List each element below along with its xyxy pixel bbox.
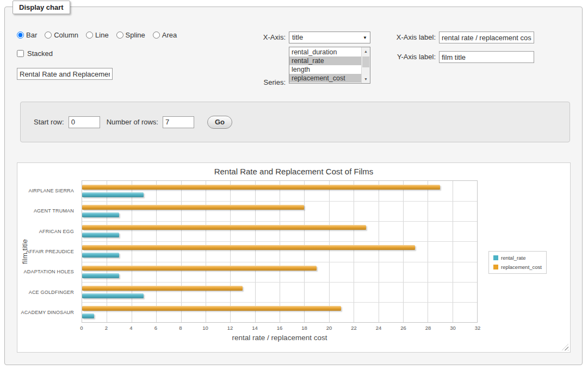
x-tick-label: 4 bbox=[129, 325, 132, 331]
x-tick-label: 14 bbox=[252, 325, 258, 331]
x-axis-label-label: X-Axis label: bbox=[351, 32, 436, 43]
chart-type-radio-label: Line bbox=[95, 31, 109, 39]
bar-group bbox=[82, 181, 477, 201]
series-option-length[interactable]: length bbox=[289, 65, 361, 74]
x-tick-label: 24 bbox=[376, 325, 382, 331]
bar-group bbox=[82, 262, 477, 282]
x-tick-label: 10 bbox=[202, 325, 208, 331]
x-axis-title: rental rate / replacement cost bbox=[82, 334, 478, 342]
x-tick-label: 22 bbox=[351, 325, 357, 331]
legend-swatch-icon bbox=[493, 255, 498, 260]
number-of-rows-input[interactable] bbox=[163, 116, 194, 128]
legend-item-replacement_cost: replacement_cost bbox=[493, 264, 542, 270]
x-tick-label: 32 bbox=[475, 325, 481, 331]
chart-type-option-column[interactable]: Column bbox=[45, 31, 78, 39]
chart-legend: rental_ratereplacement_cost bbox=[488, 251, 547, 274]
number-of-rows-label: Number of rows: bbox=[107, 118, 158, 126]
x-axis-label-input[interactable] bbox=[439, 32, 534, 43]
bar-rental_rate bbox=[82, 293, 144, 298]
x-tick-label: 8 bbox=[179, 325, 182, 331]
chart-type-radio-label: Area bbox=[162, 31, 177, 39]
bar-replacement_cost bbox=[82, 245, 415, 250]
start-row-label: Start row: bbox=[34, 118, 64, 126]
bar-rental_rate bbox=[82, 253, 119, 258]
chart-type-option-line[interactable]: Line bbox=[86, 31, 109, 39]
category-label: ADAPTATION HOLES bbox=[17, 262, 78, 282]
chart-type-option-area[interactable]: Area bbox=[153, 31, 177, 39]
x-axis-ticks: 02468101214161820222426283032 bbox=[82, 325, 478, 331]
bar-group bbox=[82, 282, 477, 302]
start-row-input[interactable] bbox=[69, 116, 100, 128]
bar-replacement_cost bbox=[82, 185, 440, 190]
chart-type-option-bar[interactable]: Bar bbox=[17, 31, 37, 39]
bar-replacement_cost bbox=[82, 286, 243, 291]
legend-item-rental_rate: rental_rate bbox=[493, 255, 542, 261]
chart-title-input[interactable] bbox=[17, 68, 113, 80]
bar-group bbox=[82, 241, 477, 261]
category-axis-labels: AIRPLANE SIERRAAGENT TRUMANAFRICAN EGGAF… bbox=[17, 180, 78, 323]
display-chart-panel: Display chart BarColumnLineSplineArea St… bbox=[4, 7, 583, 365]
chart-type-radio-area[interactable] bbox=[153, 32, 160, 39]
x-tick-label: 30 bbox=[450, 325, 456, 331]
stacked-label: Stacked bbox=[27, 49, 53, 58]
bar-replacement_cost bbox=[82, 205, 304, 210]
x-tick-label: 6 bbox=[154, 325, 157, 331]
chart-type-radio-label: Column bbox=[54, 31, 78, 39]
bar-group bbox=[82, 201, 477, 221]
rows-panel: Start row: Number of rows: Go bbox=[20, 102, 570, 142]
plot-area bbox=[82, 180, 478, 323]
chart-type-radio-column[interactable] bbox=[45, 32, 52, 39]
chart-type-radio-line[interactable] bbox=[86, 32, 93, 39]
bar-rental_rate bbox=[82, 273, 119, 278]
bar-replacement_cost bbox=[82, 225, 366, 230]
bar-rental_rate bbox=[82, 313, 94, 318]
bar-replacement_cost bbox=[82, 306, 341, 311]
category-label: AGENT TRUMAN bbox=[17, 200, 78, 221]
chart-container: Rental Rate and Replacement Cost of Film… bbox=[17, 162, 571, 353]
y-axis-label-label: Y-Axis label: bbox=[351, 51, 436, 63]
chart-type-radio-spline[interactable] bbox=[116, 32, 123, 39]
stacked-checkbox[interactable] bbox=[17, 50, 24, 57]
go-button[interactable]: Go bbox=[207, 116, 232, 129]
bar-group bbox=[82, 302, 477, 322]
bar-rental_rate bbox=[82, 212, 119, 217]
x-tick-label: 18 bbox=[301, 325, 307, 331]
bar-group bbox=[82, 221, 477, 241]
x-tick-label: 0 bbox=[80, 325, 83, 331]
scroll-down-icon[interactable]: ▼ bbox=[362, 75, 370, 83]
x-tick-label: 16 bbox=[277, 325, 283, 331]
bar-rental_rate bbox=[82, 192, 144, 197]
series-option-replacement_cost[interactable]: replacement_cost bbox=[289, 74, 361, 83]
x-tick-label: 26 bbox=[400, 325, 406, 331]
bar-replacement_cost bbox=[82, 266, 317, 271]
chart-type-radio-label: Spline bbox=[126, 31, 145, 39]
category-label: AFFAIR PREJUDICE bbox=[17, 241, 78, 261]
legend-label: rental_rate bbox=[501, 255, 525, 261]
y-axis-label-input[interactable] bbox=[439, 51, 534, 63]
resize-handle-icon[interactable] bbox=[562, 344, 568, 350]
x-tick-label: 20 bbox=[326, 325, 332, 331]
series-list-label: Series: bbox=[233, 77, 286, 89]
x-tick-label: 2 bbox=[105, 325, 108, 331]
chart-type-radio-label: Bar bbox=[26, 31, 37, 39]
chart-type-radio-bar[interactable] bbox=[17, 32, 24, 39]
bar-rental_rate bbox=[82, 233, 119, 237]
chart-type-radio-group: BarColumnLineSplineArea bbox=[17, 31, 177, 39]
panel-title: Display chart bbox=[13, 1, 70, 14]
legend-label: replacement_cost bbox=[501, 264, 542, 270]
legend-swatch-icon bbox=[493, 265, 498, 269]
stacked-option[interactable]: Stacked bbox=[17, 49, 53, 58]
x-tick-label: 12 bbox=[227, 325, 233, 331]
category-label: AFRICAN EGG bbox=[17, 221, 78, 241]
x-axis-selected-value: title bbox=[292, 33, 303, 41]
category-label: AIRPLANE SIERRA bbox=[17, 180, 78, 200]
category-label: ACE GOLDFINGER bbox=[17, 282, 78, 302]
x-axis-select-label: X-Axis: bbox=[233, 32, 286, 43]
category-label: ACADEMY DINOSAUR bbox=[17, 303, 78, 323]
chart-title: Rental Rate and Replacement Cost of Film… bbox=[17, 167, 570, 176]
x-tick-label: 28 bbox=[425, 325, 431, 331]
chart-type-option-spline[interactable]: Spline bbox=[116, 31, 145, 39]
